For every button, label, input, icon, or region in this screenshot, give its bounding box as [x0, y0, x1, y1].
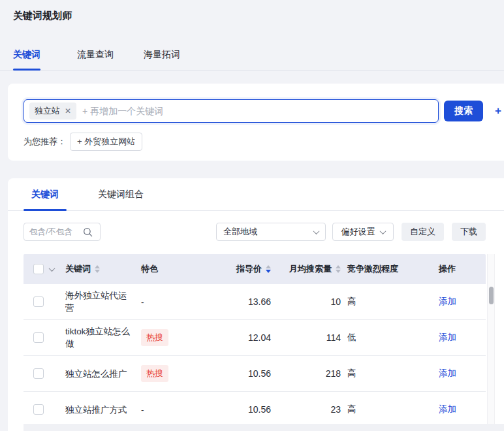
keyword-tag-label: 独立站 [35, 105, 60, 117]
volume-cell: 23 [278, 404, 341, 415]
result-tab-bar: 关键词 关键词组合 [8, 178, 504, 211]
price-cell: 10.56 [219, 404, 278, 415]
table-row: 海外独立站代运营 - 13.66 10 高 添加 [24, 284, 486, 320]
tab-label: 关键词组合 [98, 189, 144, 199]
competition-cell: 高 [341, 404, 432, 415]
region-select-value: 全部地域 [223, 226, 257, 238]
header-checkbox-cell [24, 264, 65, 274]
competition-cell: 高 [341, 296, 432, 308]
keyword-cell: tiktok独立站怎么做 [65, 325, 141, 350]
include-input[interactable] [29, 227, 83, 236]
include-filter[interactable] [24, 223, 101, 241]
sort-icon[interactable] [266, 265, 271, 273]
filter-actions: 全部地域 偏好设置 自定义 下载 [216, 223, 486, 241]
row-checkbox[interactable] [33, 404, 44, 415]
preference-label: 偏好设置 [341, 226, 375, 238]
column-header-keyword[interactable]: 关键词 [65, 263, 141, 275]
table-row: tiktok独立站怎么做 热搜 12.04 114 低 添加 [24, 320, 486, 356]
table-row: 独立站推广方式 - 10.56 23 高 添加 [24, 392, 486, 428]
column-label: 竞争激烈程度 [347, 263, 398, 275]
tab-keywords[interactable]: 关键词 [24, 189, 67, 210]
page-title: 关键词规划师 [0, 0, 504, 22]
column-label: 月均搜索量 [289, 263, 332, 275]
customize-button[interactable]: 自定义 [402, 223, 444, 241]
volume-cell: 218 [278, 368, 341, 379]
chevron-down-icon[interactable] [49, 265, 55, 272]
keyword-planner-page: 关键词规划师 关键词 流量查询 海量拓词 独立站 ✕ 搜索 + 为您推荐： + … [0, 0, 504, 431]
tab-label: 海量拓词 [144, 49, 180, 59]
search-row: 独立站 ✕ 搜索 + [24, 99, 501, 123]
hot-search-badge: 热搜 [141, 365, 168, 382]
feature-cell: - [141, 405, 144, 415]
vertical-scrollbar[interactable] [487, 254, 495, 428]
competition-cell: 低 [341, 332, 432, 343]
chevron-down-icon [313, 228, 320, 234]
row-checkbox[interactable] [33, 368, 44, 379]
tab-keyword-combos[interactable]: 关键词组合 [90, 189, 151, 210]
column-header-price[interactable]: 指导价 [219, 263, 278, 275]
column-label: 指导价 [236, 263, 262, 275]
tab-keyword[interactable]: 关键词 [13, 49, 40, 70]
row-checkbox[interactable] [33, 332, 44, 343]
table-row: 独立站怎么推广 热搜 10.56 218 高 添加 [24, 356, 486, 392]
tab-traffic-query[interactable]: 流量查询 [77, 49, 114, 70]
horizontal-scrollbar-track[interactable] [24, 424, 504, 431]
result-card: 关键词 关键词组合 全部地域 偏好设置 自定义 下载 [8, 178, 504, 431]
column-label: 特色 [141, 263, 158, 275]
keyword-search-input[interactable]: 独立站 ✕ [24, 99, 439, 123]
add-keyword-link[interactable]: 添加 [439, 404, 456, 415]
search-button[interactable]: 搜索 [444, 101, 483, 121]
column-header-volume[interactable]: 月均搜索量 [278, 263, 341, 275]
keyword-cell: 海外独立站代运营 [65, 289, 141, 314]
recommend-chip[interactable]: + 外贸独立网站 [70, 133, 142, 151]
column-header-action: 操作 [432, 263, 486, 275]
column-header-feature: 特色 [141, 263, 219, 275]
feature-cell: - [141, 297, 144, 307]
keyword-tag[interactable]: 独立站 ✕ [29, 103, 76, 120]
select-all-checkbox[interactable] [33, 264, 44, 274]
price-cell: 13.66 [219, 296, 278, 307]
sort-icon[interactable] [336, 265, 341, 273]
download-button[interactable]: 下载 [452, 223, 486, 241]
row-checkbox[interactable] [33, 296, 44, 307]
keyword-cell: 独立站怎么推广 [65, 368, 135, 380]
add-keyword-link[interactable]: 添加 [439, 332, 456, 343]
search-icon [83, 227, 93, 237]
close-icon[interactable]: ✕ [65, 106, 71, 116]
price-cell: 12.04 [219, 332, 278, 343]
volume-cell: 10 [278, 296, 341, 307]
table-header-row: 关键词 特色 指导价 月均搜索量 竞争激烈程度 操作 [24, 254, 486, 284]
hot-search-badge: 热搜 [141, 329, 168, 346]
tab-label: 关键词 [31, 189, 59, 199]
recommend-row: 为您推荐： + 外贸独立网站 [24, 133, 501, 151]
add-keyword-link[interactable]: 添加 [439, 368, 456, 379]
preference-dropdown[interactable]: 偏好设置 [332, 223, 394, 241]
column-header-competition: 竞争激烈程度 [341, 263, 432, 275]
price-cell: 10.56 [219, 368, 278, 379]
column-label: 操作 [439, 263, 456, 275]
vertical-scrollbar-thumb[interactable] [489, 287, 494, 304]
recommend-label: 为您推荐： [24, 136, 66, 148]
competition-cell: 高 [341, 368, 432, 379]
tab-label: 流量查询 [77, 49, 114, 59]
column-label: 关键词 [65, 263, 91, 275]
keyword-cell: 独立站推广方式 [65, 404, 135, 416]
keywords-table: 关键词 特色 指导价 月均搜索量 竞争激烈程度 操作 [24, 254, 486, 428]
add-keyword-input[interactable] [82, 106, 432, 116]
main-tab-bar: 关键词 流量查询 海量拓词 [0, 49, 504, 71]
volume-cell: 114 [278, 332, 341, 343]
tab-mass-expansion[interactable]: 海量拓词 [144, 49, 180, 70]
add-keyword-link[interactable]: 添加 [439, 296, 456, 308]
chevron-down-icon [379, 228, 386, 234]
plus-icon[interactable]: + [495, 104, 501, 118]
search-card: 独立站 ✕ 搜索 + 为您推荐： + 外贸独立网站 [8, 84, 504, 161]
tab-label: 关键词 [13, 49, 40, 59]
filter-row: 全部地域 偏好设置 自定义 下载 [24, 223, 486, 241]
region-select[interactable]: 全部地域 [216, 223, 326, 241]
sort-icon[interactable] [95, 265, 100, 273]
